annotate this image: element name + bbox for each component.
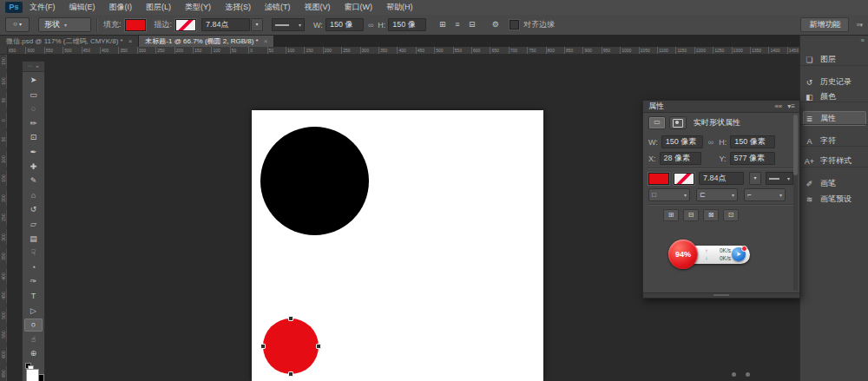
menu-item-8[interactable]: 视图(V) (305, 2, 331, 13)
stroke-corner-select[interactable]: ⌐▾ (744, 188, 786, 201)
fill-color-swatch[interactable] (648, 173, 669, 185)
stroke-style-select[interactable]: ▾ (766, 172, 793, 185)
dodge-tool[interactable]: ◔ (24, 261, 43, 274)
path-selection-tool[interactable]: ▷ (24, 305, 43, 318)
menu-item-2[interactable]: 编辑(E) (69, 2, 95, 13)
ruler-tick-label: 450 (82, 47, 90, 54)
brush-tool[interactable]: ✎ (24, 174, 43, 187)
scrollbar[interactable] (793, 115, 798, 291)
menu-item-10[interactable]: 帮助(H) (386, 2, 413, 13)
marquee-tool[interactable]: ▭ (24, 89, 43, 102)
type-tool[interactable]: T (24, 290, 43, 303)
black-circle[interactable] (260, 127, 369, 235)
dock-collapse-icon[interactable]: » (861, 36, 865, 44)
collapse-icon[interactable]: » (36, 63, 39, 69)
subtract-shape-button[interactable]: ⊟ (683, 209, 699, 221)
tool-mode-select[interactable]: 形状 ▾ (38, 17, 91, 32)
width-field[interactable]: 150 像 (326, 18, 364, 31)
smudge-tool[interactable]: ☟ (24, 246, 43, 259)
ruler-tick-label: 1200 (694, 47, 706, 54)
scrollbar-thumb[interactable] (793, 115, 798, 175)
document-tab-1[interactable]: 微信.psd @ 117% (二维码, CMYK/8) *× (0, 35, 139, 47)
memory-usage-ball[interactable]: 94% (668, 240, 698, 269)
panel-menu-icon[interactable]: ▾≡ (787, 102, 795, 110)
crop-tool[interactable]: ⊡ (24, 131, 43, 144)
close-icon[interactable]: × (128, 37, 133, 45)
path-arrangement-button[interactable]: ⊟ (464, 18, 479, 31)
menu-item-9[interactable]: 窗口(W) (345, 2, 373, 13)
gradient-tool[interactable]: ▤ (24, 233, 43, 246)
ruler-tick-label: 350 (118, 47, 127, 54)
close-icon[interactable]: × (264, 37, 268, 45)
pen-tool[interactable]: ✑ (24, 275, 43, 288)
document-tab-2[interactable]: 未标题-1 @ 66.7% (椭圆 2, RGB/8) *× (139, 35, 274, 47)
hand-tool[interactable]: ☝ (24, 333, 43, 346)
stroke-width-dropdown[interactable]: ▾ (251, 18, 263, 31)
foreground-color-swatch[interactable] (26, 369, 39, 381)
new-features-button[interactable]: 新增功能 (800, 17, 849, 32)
zoom-tool[interactable]: ⊕ (24, 347, 43, 360)
history-brush-tool[interactable]: ↺ (24, 203, 43, 216)
menu-item-3[interactable]: 图像(I) (109, 2, 133, 13)
panel-resize-handle[interactable] (643, 292, 799, 298)
eyedropper-tool[interactable]: ✒ (24, 146, 43, 159)
stroke-color-swatch[interactable] (175, 19, 196, 31)
height-field[interactable]: 150 像 (388, 18, 426, 31)
stroke-style-select[interactable]: ▾ (272, 18, 305, 31)
quick-selection-tool[interactable]: ✏ (24, 117, 43, 130)
speed-widget[interactable]: ↑ ↓ 0K/s 0K/s 94% ➤ (668, 238, 755, 273)
lasso-tool[interactable]: ◌ (24, 102, 43, 115)
dock-item-history[interactable]: ↺历史记录 (804, 76, 865, 89)
move-tool[interactable]: ➤ (24, 74, 43, 87)
menu-item-5[interactable]: 类型(Y) (185, 2, 211, 13)
menu-item-7[interactable]: 滤镜(T) (265, 2, 291, 13)
intersect-shapes-button[interactable]: ⊠ (703, 209, 719, 221)
stroke-width-dropdown[interactable]: ▾ (749, 172, 761, 185)
shape-width-field[interactable]: 150 像素 (661, 135, 703, 148)
link-dimensions-icon[interactable]: ∞ (708, 138, 713, 147)
eraser-tool[interactable]: ▱ (24, 218, 43, 231)
shape-handle-bottom[interactable] (288, 371, 293, 377)
shape-handle-left[interactable] (260, 344, 266, 349)
masks-properties-button[interactable] (669, 116, 687, 129)
stroke-color-swatch[interactable] (674, 173, 694, 185)
gear-icon[interactable]: ⚙ (488, 18, 503, 31)
stroke-cap-select[interactable]: ⊏▾ (696, 188, 738, 201)
dock-item-character-styles[interactable]: A+字符样式 (804, 154, 865, 168)
dock-item-brush[interactable]: ✐画笔 (804, 177, 865, 190)
live-shape-properties-button[interactable]: ▭ (648, 116, 666, 129)
stroke-width-field[interactable]: 7.84点 (699, 172, 744, 185)
ellipse-tool[interactable]: ○ (24, 319, 43, 332)
stroke-alignment-select[interactable]: □▾ (648, 188, 690, 201)
menu-item-1[interactable]: 文件(F) (30, 2, 56, 13)
healing-brush-tool[interactable]: ✚ (24, 161, 43, 174)
shape-x-field[interactable]: 28 像素 (660, 152, 701, 165)
collapse-panel-icon[interactable]: «« (774, 102, 782, 110)
horizontal-ruler: 6506005505004504003503002502001501005005… (0, 47, 799, 55)
properties-panel-header[interactable]: 属性 «« ▾≡ (643, 101, 799, 113)
dock-item-properties[interactable]: ≣属性 (804, 112, 865, 125)
workspace-menu-icon[interactable]: ≡▾ (856, 22, 863, 29)
link-dimensions-icon[interactable]: ∞ (368, 21, 373, 30)
shape-handle-right[interactable] (316, 344, 321, 349)
path-operations-button[interactable]: ⊞ (435, 18, 450, 31)
clone-stamp-tool[interactable]: ⌂ (24, 189, 43, 202)
combine-shapes-button[interactable]: ⊞ (663, 209, 679, 221)
shape-handle-top[interactable] (288, 316, 293, 321)
fill-color-swatch[interactable] (125, 19, 146, 31)
tools-panel-header[interactable]: ⋯ » (23, 62, 44, 72)
dock-item-brush-presets[interactable]: ≋画笔预设 (804, 193, 865, 206)
align-edges-checkbox[interactable] (510, 20, 519, 30)
dock-item-layers[interactable]: ❏图层 (804, 53, 865, 66)
path-alignment-button[interactable]: ≡ (450, 18, 464, 31)
red-circle[interactable] (263, 319, 319, 374)
tool-preset-button[interactable]: ○ ▾ (5, 17, 30, 32)
menu-item-4[interactable]: 图层(L) (146, 2, 171, 13)
shape-y-field[interactable]: 577 像素 (730, 152, 775, 165)
exclude-shapes-button[interactable]: ⊡ (723, 209, 739, 221)
document-canvas[interactable] (252, 110, 543, 381)
shape-height-field[interactable]: 150 像素 (730, 135, 775, 148)
menu-item-6[interactable]: 选择(S) (225, 2, 251, 13)
ruler-tick-label: 150 (193, 47, 201, 54)
stroke-width-field[interactable]: 7.84点 (201, 18, 250, 31)
